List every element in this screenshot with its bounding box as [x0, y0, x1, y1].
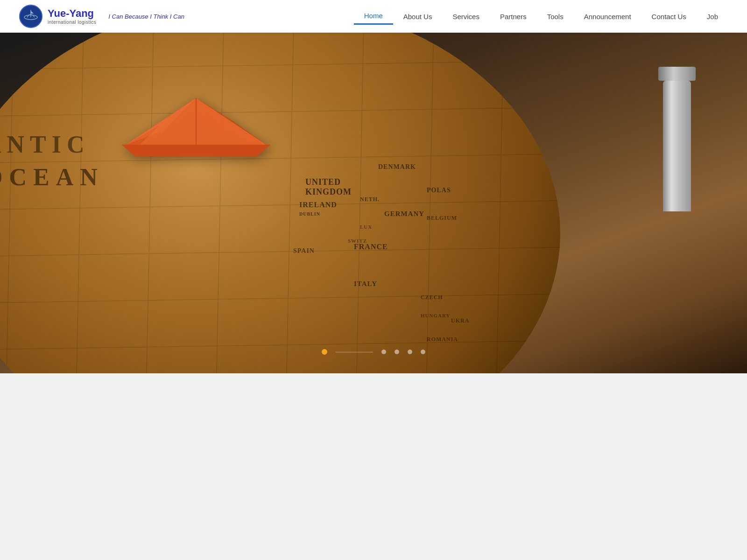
logo-subtitle: international logistics: [48, 20, 96, 25]
nav-about[interactable]: About Us: [393, 9, 443, 24]
nav-contact[interactable]: Contact Us: [641, 9, 697, 24]
map-label-germany: GERMANY: [384, 210, 424, 218]
main-nav: Home About Us Services Partners Tools An…: [354, 8, 728, 25]
paper-boat-svg: [112, 84, 280, 168]
map-label-netherlands: NETH.: [360, 196, 380, 203]
map-label-switz: SWITZ: [348, 238, 367, 244]
nav-services[interactable]: Services: [442, 9, 490, 24]
map-label-denmark: DENMARK: [378, 163, 416, 171]
map-label-italy: ITALY: [354, 280, 377, 288]
svg-marker-22: [121, 145, 271, 156]
logo-tagline: I Can Because I Think I Can: [108, 13, 184, 20]
map-label-ireland: IRELANDDublin: [299, 201, 337, 217]
map-label-ocean: OCEAN: [0, 163, 104, 191]
map-text-overlay: ANTIC OCEAN UNITEDKINGDOM IRELANDDublin …: [0, 33, 560, 373]
nav-home[interactable]: Home: [354, 8, 393, 25]
site-header: Yue-Yang international logistics I Can B…: [0, 0, 747, 33]
logo-name: Yue-Yang: [48, 8, 96, 19]
logo-icon: [19, 4, 43, 28]
slider-dot-5[interactable]: [421, 350, 425, 354]
globe-shape: ANTIC OCEAN UNITEDKINGDOM IRELANDDublin …: [0, 33, 560, 373]
slider-dot-1[interactable]: [322, 349, 327, 355]
map-label-france: FRANCE: [354, 243, 388, 251]
logo-area: Yue-Yang international logistics I Can B…: [19, 4, 184, 28]
paper-boat: [112, 84, 280, 168]
nav-job[interactable]: Job: [697, 9, 728, 24]
map-label-hungary: HUNGARY: [421, 313, 450, 318]
nav-partners[interactable]: Partners: [490, 9, 537, 24]
nav-tools[interactable]: Tools: [537, 9, 574, 24]
map-label-uk: UNITEDKINGDOM: [305, 177, 352, 197]
below-hero-section: [0, 373, 747, 560]
map-label-lux: LUX: [360, 224, 372, 230]
map-label-belgium: BELGIUM: [427, 215, 457, 222]
compass-body: [663, 81, 691, 211]
map-label-ukraine: UKRA: [451, 317, 469, 324]
slider-dot-3[interactable]: [395, 350, 399, 354]
map-label-romania: ROMANIA: [427, 336, 458, 343]
map-label-spain: SPAIN: [293, 247, 315, 255]
nav-announcement[interactable]: Announcement: [574, 9, 641, 24]
hero-background: ANTIC OCEAN UNITEDKINGDOM IRELANDDublin …: [0, 33, 747, 373]
hero-section: ANTIC OCEAN UNITEDKINGDOM IRELANDDublin …: [0, 33, 747, 373]
map-label-antic: ANTIC: [0, 131, 90, 158]
slider-dot-4[interactable]: [408, 350, 412, 354]
compass-object: [644, 67, 710, 216]
slider-dots: [322, 349, 425, 355]
slider-dot-2[interactable]: [381, 350, 386, 354]
compass-top: [658, 67, 696, 81]
slider-dot-line: [336, 352, 373, 352]
logo-text: Yue-Yang international logistics: [48, 8, 96, 24]
map-label-czech: CZECH: [421, 294, 443, 301]
map-label-poland: POLAS: [427, 187, 451, 194]
